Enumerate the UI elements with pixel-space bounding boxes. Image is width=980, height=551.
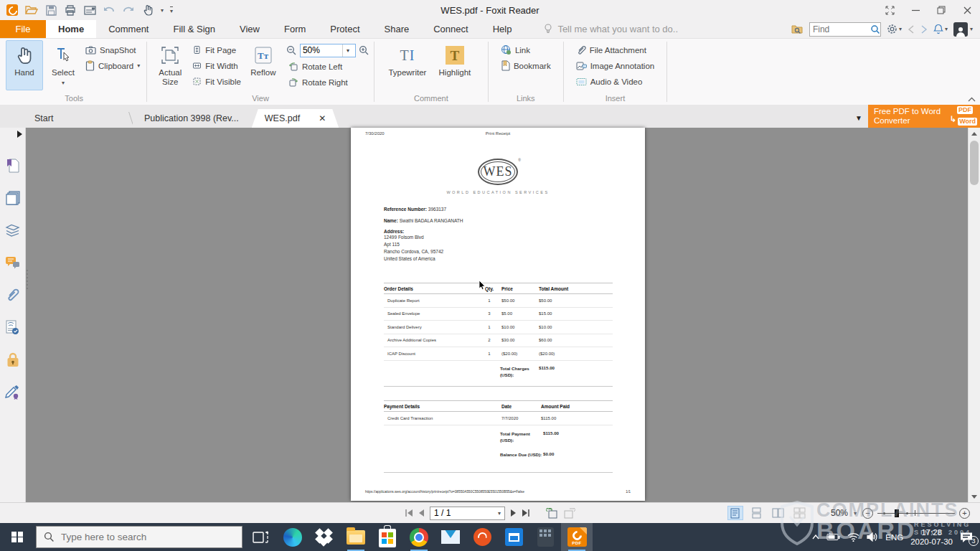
zoom-slider-handle[interactable]	[895, 509, 899, 517]
scroll-down-icon[interactable]	[969, 491, 980, 502]
user-avatar[interactable]	[953, 22, 968, 37]
page-number-input[interactable]	[430, 508, 498, 518]
page-number-box[interactable]: ▾	[430, 507, 505, 520]
digital-signatures-panel-icon[interactable]	[5, 319, 21, 335]
pages-panel-icon[interactable]	[5, 190, 21, 206]
taskbar-app-microsoft-store[interactable]	[372, 523, 403, 551]
zoom-slider[interactable]	[877, 509, 955, 517]
sign-panel-icon[interactable]	[5, 384, 21, 400]
pdf-to-word-banner[interactable]: Free PDF to WordConverter PDF ↳ Word	[868, 105, 980, 128]
taskbar-app-mail[interactable]	[435, 523, 466, 551]
taskbar-app-blue-window[interactable]	[498, 523, 529, 551]
page-number-caret[interactable]: ▾	[498, 510, 504, 517]
rotate-right-button[interactable]: Rotate Right	[286, 75, 369, 89]
hidden-icons-chevron[interactable]	[812, 534, 819, 540]
foxit-logo-icon[interactable]	[6, 4, 19, 17]
document-canvas[interactable]: 7/30/2020 Print Receipt WES® WORLD EDUCA…	[26, 128, 968, 502]
battery-icon[interactable]	[826, 533, 840, 541]
fit-visible-button[interactable]: Fit Visible	[190, 75, 243, 88]
volume-icon[interactable]	[867, 532, 878, 542]
notifications-bell-icon[interactable]	[933, 24, 943, 34]
avatar-caret[interactable]: ▾	[970, 26, 973, 32]
previous-page-icon[interactable]	[418, 509, 425, 517]
doc-tab-start[interactable]: Start	[22, 109, 131, 128]
taskbar-app-ubuntu[interactable]	[466, 523, 498, 551]
comments-panel-icon[interactable]	[5, 255, 21, 270]
restore-button[interactable]	[928, 0, 954, 20]
tab-view[interactable]: View	[227, 20, 272, 38]
layers-panel-icon[interactable]	[5, 222, 21, 238]
fullscreen-icon[interactable]	[877, 0, 903, 20]
tab-form[interactable]: Form	[272, 20, 318, 38]
continuous-facing-view-icon[interactable]	[792, 506, 808, 520]
vertical-scrollbar[interactable]	[968, 128, 980, 502]
facing-view-icon[interactable]	[771, 506, 786, 520]
link-button[interactable]: Link	[499, 43, 553, 57]
image-annotation-button[interactable]: Image Annotation	[574, 59, 657, 72]
clipboard-button[interactable]: Clipboard ▾	[83, 59, 142, 72]
last-page-icon[interactable]	[522, 509, 530, 517]
zoom-input[interactable]	[301, 45, 342, 55]
bookmarks-panel-icon[interactable]	[5, 158, 21, 174]
single-page-view-icon[interactable]	[727, 506, 743, 520]
find-box[interactable]	[809, 22, 881, 37]
zoom-combobox[interactable]: ▾	[300, 44, 356, 57]
clock[interactable]: 17:28 2020-07-30	[910, 528, 953, 547]
redo-icon[interactable]	[122, 4, 135, 17]
continuous-view-icon[interactable]	[749, 506, 765, 520]
zoom-out-icon[interactable]	[286, 45, 297, 56]
rotate-left-button[interactable]: Rotate Left	[286, 60, 369, 73]
fit-width-button[interactable]: Fit Width	[190, 59, 243, 72]
language-indicator[interactable]: ENG	[885, 533, 903, 542]
hand-pointer-icon[interactable]	[141, 4, 154, 17]
tab-home[interactable]: Home	[46, 20, 96, 38]
settings-gear-icon[interactable]	[887, 24, 897, 34]
highlight-button[interactable]: T Highlight	[436, 40, 473, 90]
find-input[interactable]	[810, 24, 870, 34]
typewriter-button[interactable]: TI Typewriter	[389, 40, 426, 90]
email-icon[interactable]	[83, 4, 96, 17]
tab-connect[interactable]: Connect	[421, 20, 480, 38]
status-zoom-caret[interactable]: ▾	[854, 510, 857, 517]
tell-me-box[interactable]: Tell me what you want to do..	[544, 20, 678, 38]
snapshot-button[interactable]: SnapShot	[83, 43, 142, 57]
zoom-in-icon[interactable]	[359, 45, 369, 56]
first-page-icon[interactable]	[405, 509, 413, 517]
hand-tool-button[interactable]: Hand	[6, 40, 43, 90]
minimize-button[interactable]	[903, 0, 928, 20]
tab-share[interactable]: Share	[372, 20, 422, 38]
tab-protect[interactable]: Protect	[318, 20, 372, 38]
previous-view-icon[interactable]	[546, 508, 558, 519]
select-tool-button[interactable]: Select ▾	[44, 40, 82, 90]
audio-video-button[interactable]: Audio & Video	[574, 75, 657, 88]
next-view-icon[interactable]	[563, 508, 575, 519]
tab-list-caret[interactable]: ▼	[855, 114, 868, 128]
fit-page-button[interactable]: Fit Page	[190, 43, 243, 57]
attachments-panel-icon[interactable]	[5, 287, 21, 303]
tab-comment[interactable]: Comment	[96, 20, 161, 38]
file-attachment-button[interactable]: File Attachment	[574, 43, 657, 57]
taskbar-search-box[interactable]	[36, 526, 242, 548]
doc-tab-publication[interactable]: Publication 3998 (Rev...	[131, 109, 252, 128]
taskbar-app-chrome[interactable]	[403, 523, 435, 551]
undo-icon[interactable]	[103, 4, 116, 17]
next-page-icon[interactable]	[510, 509, 517, 517]
zoom-out-button[interactable]: −	[862, 508, 873, 519]
reflow-button[interactable]: Tт Reflow	[245, 40, 282, 90]
security-panel-icon[interactable]	[5, 352, 21, 367]
taskbar-search-input[interactable]	[61, 532, 204, 542]
zoom-caret[interactable]: ▾	[342, 44, 353, 57]
doc-tab-wes[interactable]: WES.pdf ✕	[252, 109, 339, 128]
print-icon[interactable]	[64, 4, 77, 17]
wifi-icon[interactable]	[847, 532, 859, 542]
hand-dropdown-caret[interactable]: ▾	[161, 7, 164, 14]
start-button[interactable]	[0, 523, 34, 551]
tab-file[interactable]: File	[0, 20, 46, 38]
customize-toolbar-icon[interactable]: ▾	[170, 6, 173, 14]
taskbar-app-dropbox[interactable]	[308, 523, 340, 551]
settings-caret[interactable]: ▾	[899, 26, 902, 32]
taskbar-app-foxit-reader[interactable]: PDF	[561, 523, 593, 551]
tab-fill-sign[interactable]: Fill & Sign	[161, 20, 227, 38]
taskbar-app-calculator[interactable]	[529, 523, 561, 551]
scrollbar-thumb[interactable]	[970, 141, 979, 185]
